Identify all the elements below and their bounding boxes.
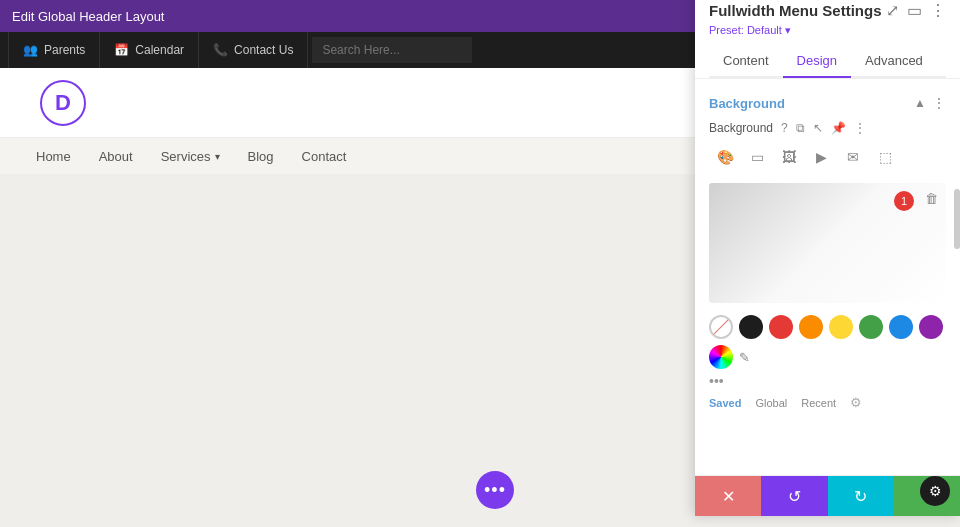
undo-icon: ↺ — [788, 487, 801, 506]
main-content: ••• Fullwidth Menu Settings ⤢ ▭ ⋮ Preset… — [0, 174, 960, 527]
bg-type-color[interactable]: 🎨 — [709, 143, 741, 171]
trash-icon[interactable]: 🗑 — [925, 191, 938, 206]
cancel-button[interactable]: ✕ — [695, 476, 761, 516]
color-tab-global[interactable]: Global — [755, 397, 787, 409]
color-tab-recent[interactable]: Recent — [801, 397, 836, 409]
copy-icon[interactable]: ⧉ — [796, 121, 805, 135]
secondary-nav-home[interactable]: Home — [36, 149, 71, 164]
parents-icon: 👥 — [23, 43, 38, 57]
panel-title: Fullwidth Menu Settings — [709, 2, 882, 19]
more-colors-dots[interactable]: ••• — [695, 373, 960, 393]
top-bar-title: Edit Global Header Layout — [12, 9, 164, 24]
swatch-rainbow[interactable] — [709, 345, 733, 369]
swatch-orange[interactable] — [799, 315, 823, 339]
phone-icon: 📞 — [213, 43, 228, 57]
redo-button[interactable]: ↻ — [828, 476, 894, 516]
calendar-icon: 📅 — [114, 43, 129, 57]
secondary-nav-services[interactable]: Services ▾ — [161, 149, 220, 164]
search-input[interactable] — [312, 37, 472, 63]
adminbar-contact[interactable]: 📞 Contact Us — [199, 32, 308, 68]
color-settings-icon[interactable]: ⚙ — [850, 395, 862, 410]
adminbar-parents-label: Parents — [44, 43, 85, 57]
chevron-down-icon: ▾ — [215, 151, 220, 162]
logo-letter: D — [55, 90, 71, 116]
background-section-title: Background — [709, 96, 785, 111]
color-tabs: Saved Global Recent ⚙ — [695, 393, 960, 416]
help-icon[interactable]: ? — [781, 121, 788, 135]
settings-panel: Fullwidth Menu Settings ⤢ ▭ ⋮ Preset: De… — [695, 0, 960, 516]
color-tab-saved[interactable]: Saved — [709, 397, 741, 409]
background-section-header: Background ▲ ⋮ — [695, 89, 960, 117]
cursor-icon[interactable]: ↖ — [813, 121, 823, 135]
swatch-green[interactable] — [859, 315, 883, 339]
gear-icon: ⚙ — [929, 483, 942, 499]
bg-type-mask[interactable]: ⬚ — [869, 143, 901, 171]
swatch-purple[interactable] — [919, 315, 943, 339]
adminbar-calendar[interactable]: 📅 Calendar — [100, 32, 199, 68]
panel-preset: Preset: Default ▾ — [709, 24, 946, 37]
more-options-icon[interactable]: ⋮ — [930, 1, 946, 20]
cancel-icon: ✕ — [722, 487, 735, 506]
section-collapse-icon[interactable]: ▲ — [914, 96, 926, 110]
panel-scrollbar[interactable] — [954, 189, 960, 249]
swatch-red[interactable] — [769, 315, 793, 339]
tab-content[interactable]: Content — [709, 45, 783, 78]
preset-label[interactable]: Preset: Default — [709, 24, 782, 36]
swatch-black[interactable] — [739, 315, 763, 339]
more-bg-icon[interactable]: ⋮ — [854, 121, 866, 135]
bg-type-gradient[interactable]: ▭ — [741, 143, 773, 171]
adminbar-calendar-label: Calendar — [135, 43, 184, 57]
background-label-row: Background ? ⧉ ↖ 📌 ⋮ — [695, 117, 960, 143]
floating-dots-button[interactable]: ••• — [476, 471, 514, 509]
panel-body: Background ▲ ⋮ Background ? ⧉ ↖ 📌 ⋮ 🎨 ▭ … — [695, 79, 960, 475]
secondary-nav-contact[interactable]: Contact — [302, 149, 347, 164]
secondary-nav-blog[interactable]: Blog — [248, 149, 274, 164]
section-more-icon[interactable]: ⋮ — [932, 95, 946, 111]
site-logo: D — [40, 80, 86, 126]
secondary-nav-about[interactable]: About — [99, 149, 133, 164]
preview-badge: 1 — [894, 191, 914, 211]
swatch-blue[interactable] — [889, 315, 913, 339]
tab-advanced[interactable]: Advanced — [851, 45, 937, 78]
tab-design[interactable]: Design — [783, 45, 851, 78]
swatch-yellow[interactable] — [829, 315, 853, 339]
bg-type-image[interactable]: 🖼 — [773, 143, 805, 171]
adminbar-contact-label: Contact Us — [234, 43, 293, 57]
background-label: Background — [709, 121, 773, 135]
undo-button[interactable]: ↺ — [761, 476, 827, 516]
more-swatches-icon[interactable]: ✎ — [739, 350, 750, 365]
redo-icon: ↻ — [854, 487, 867, 506]
panel-header: Fullwidth Menu Settings ⤢ ▭ ⋮ Preset: De… — [695, 0, 960, 79]
preset-chevron-icon: ▾ — [785, 24, 791, 36]
bg-type-pattern[interactable]: ✉ — [837, 143, 869, 171]
color-swatches: ✎ — [695, 307, 960, 373]
section-controls: ▲ ⋮ — [914, 95, 946, 111]
bg-type-video[interactable]: ▶ — [805, 143, 837, 171]
collapse-icon[interactable]: ▭ — [907, 1, 922, 20]
tool-icon[interactable]: ⚙ — [920, 476, 950, 506]
expand-icon[interactable]: ⤢ — [886, 1, 899, 20]
panel-tabs: Content Design Advanced — [709, 45, 946, 78]
panel-header-icons: ⤢ ▭ ⋮ — [886, 1, 946, 20]
adminbar-parents[interactable]: 👥 Parents — [8, 32, 100, 68]
background-type-icons: 🎨 ▭ 🖼 ▶ ✉ ⬚ — [695, 143, 960, 179]
dots-icon: ••• — [484, 480, 506, 501]
swatch-none[interactable] — [709, 315, 733, 339]
pin-icon[interactable]: 📌 — [831, 121, 846, 135]
panel-title-row: Fullwidth Menu Settings ⤢ ▭ ⋮ — [709, 1, 946, 20]
background-preview: 1 🗑 — [709, 183, 946, 303]
